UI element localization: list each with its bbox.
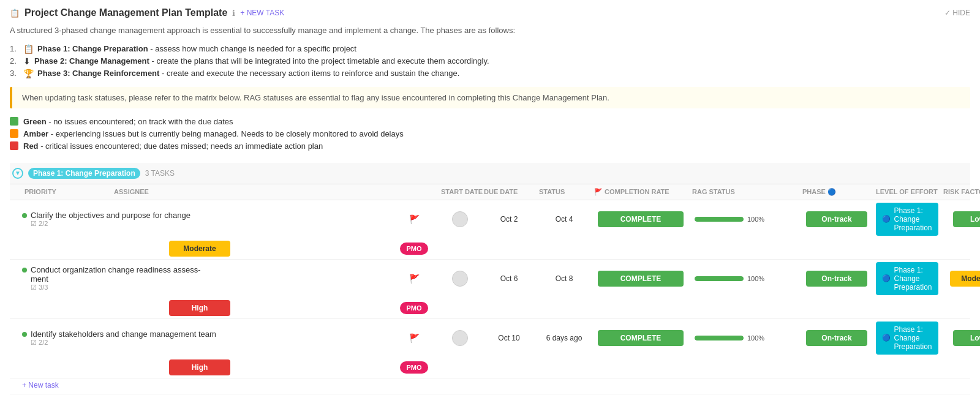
stakeholder-cell: PMO	[390, 359, 439, 376]
new-task-button[interactable]: + NEW TASK	[240, 9, 284, 17]
amber-dot	[10, 129, 18, 138]
status-cell: COMPLETE	[592, 328, 690, 348]
completion-cell: 100%	[690, 332, 800, 344]
phase1-toggle[interactable]: ▼	[12, 168, 23, 179]
effort-cell: Moderate	[941, 268, 980, 289]
due-date-cell: Oct 4	[537, 213, 592, 226]
priority-cell: 🚩	[390, 271, 439, 286]
due-date-cell: 6 days ago	[537, 331, 592, 345]
phase-cell: 🔵 Phase 1: Change Preparation	[873, 260, 941, 298]
impact-cell: High	[10, 357, 390, 378]
phase1-task-count: 3 TASKS	[145, 169, 175, 178]
priority-cell: 🚩	[390, 212, 439, 227]
phase1-header: ▼ Phase 1: Change Preparation 3 TASKS	[10, 163, 970, 184]
header-icon: 📋	[10, 9, 20, 18]
red-dot	[10, 141, 18, 150]
new-task-link[interactable]: + New task	[10, 378, 71, 392]
assignee-cell	[439, 209, 481, 230]
impact-cell: High	[10, 298, 390, 318]
task-name-cell: Conduct organization change readiness as…	[10, 260, 390, 296]
rag-cell: On-track	[800, 209, 873, 230]
status-cell: COMPLETE	[592, 209, 690, 230]
hide-button[interactable]: ✓ HIDE	[944, 9, 970, 17]
table-row: Clarify the objectives and purpose for c…	[10, 200, 970, 260]
info-icon[interactable]: ℹ	[232, 9, 235, 18]
phase-cell: 🔵 Phase 1: Change Preparation	[873, 319, 941, 357]
phases-list: 1.📋Phase 1: Change Preparation - assess …	[10, 44, 970, 78]
rag-cell: On-track	[800, 268, 873, 289]
assignee-cell	[439, 268, 481, 289]
legend: Green - no issues encountered; on track …	[10, 117, 970, 151]
start-date-cell: Oct 6	[481, 272, 537, 285]
rag-cell: On-track	[800, 328, 873, 348]
phase1-section: ▼ Phase 1: Change Preparation 3 TASKS PR…	[10, 163, 970, 392]
green-dot	[10, 117, 18, 126]
phase1-badge: Phase 1: Change Preparation	[28, 168, 140, 179]
completion-cell: 100%	[690, 273, 800, 285]
description-text: A structured 3-phased change management …	[10, 24, 970, 37]
task-name-cell: Identify stakeholders and change managem…	[10, 325, 390, 352]
completion-cell: 100%	[690, 213, 800, 225]
table-row: Conduct organization change readiness as…	[10, 260, 970, 319]
page-title: Project Change Management Plan Template	[24, 7, 227, 18]
stakeholder-cell: PMO	[390, 299, 439, 317]
rag-notice: When updating task statuses, please refe…	[10, 87, 970, 108]
stakeholder-cell: PMO	[390, 240, 439, 257]
impact-cell: Moderate	[10, 238, 390, 259]
due-date-cell: Oct 8	[537, 272, 592, 285]
phase1-col-headers: PRIORITY ASSIGNEE START DATE DUE DATE ST…	[10, 184, 970, 200]
task-name-cell: Clarify the objectives and purpose for c…	[10, 206, 390, 233]
status-cell: COMPLETE	[592, 268, 690, 289]
priority-cell: 🚩	[390, 331, 439, 345]
phase-cell: 🔵 Phase 1: Change Preparation	[873, 200, 941, 238]
start-date-cell: Oct 10	[481, 331, 537, 345]
effort-cell: Low	[941, 328, 980, 348]
start-date-cell: Oct 2	[481, 213, 537, 226]
effort-cell: Low	[941, 209, 980, 230]
assignee-cell	[439, 328, 481, 348]
table-row: Identify stakeholders and change managem…	[10, 319, 970, 378]
